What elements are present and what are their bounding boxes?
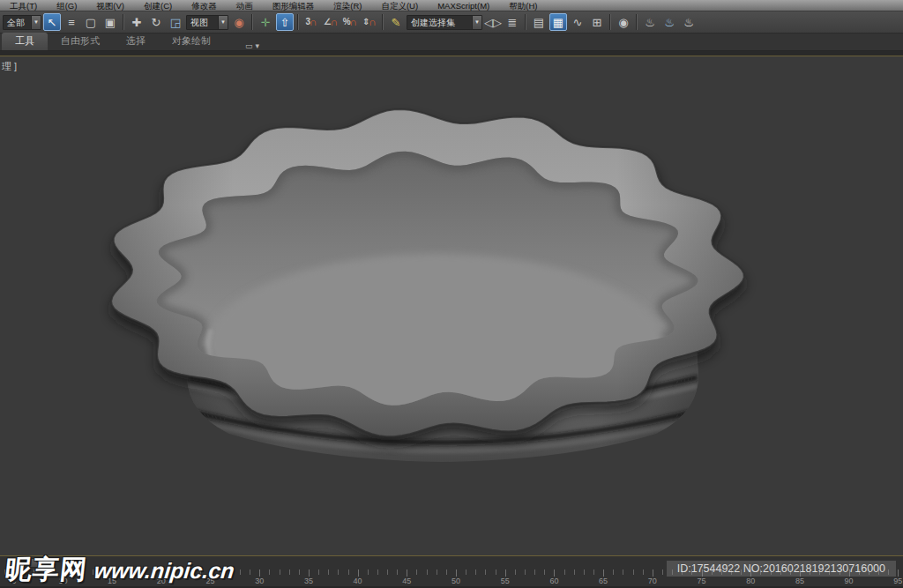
toolbar-separator — [525, 14, 526, 30]
window-crossing-toggle-button[interactable]: ▣ — [101, 13, 119, 31]
material-editor-icon: ◉ — [618, 17, 628, 28]
menu-item-1[interactable]: 组(G) — [47, 0, 86, 11]
schematic-view-button[interactable]: ⊞ — [588, 13, 606, 31]
frame-tick — [653, 569, 653, 577]
select-by-name-button[interactable]: ≡ — [63, 13, 80, 31]
frame-label: 60 — [549, 577, 558, 585]
frame-tick — [466, 569, 466, 575]
frame-tick — [318, 569, 319, 575]
select-and-manipulate-button[interactable]: ✛ — [257, 13, 274, 31]
frame-tick — [662, 569, 663, 575]
select-and-scale-button[interactable]: ◲ — [167, 13, 184, 31]
material-editor-button[interactable]: ◉ — [615, 13, 632, 31]
menu-item-4[interactable]: 修改器 — [182, 0, 227, 11]
select-by-name-icon: ≡ — [68, 17, 75, 28]
frame-label: 50 — [452, 577, 460, 585]
frame-tick — [299, 569, 300, 575]
select-object-icon: ↖ — [48, 17, 57, 28]
toolbar-separator — [251, 14, 253, 30]
frame-tick — [338, 569, 339, 575]
toolbar-separator — [382, 14, 384, 30]
menu-item-3[interactable]: 创建(C) — [134, 0, 182, 11]
frame-tick — [427, 569, 428, 575]
toolbar-separator — [636, 14, 638, 30]
ribbon-tab-bar: 工具自由形式选择对象绘制▭▾ — [0, 33, 903, 51]
menu-item-2[interactable]: 视图(V) — [86, 0, 134, 11]
frame-label: 95 — [893, 577, 902, 585]
graphite-ribbon-toggle-icon: ▦ — [553, 17, 563, 28]
named-selection-set-field[interactable]: 创建选择集▼ — [407, 15, 482, 30]
magnet-icon: ∩ — [350, 17, 358, 27]
curve-editor-icon: ∿ — [573, 17, 583, 28]
render-production-button[interactable]: ♨ — [680, 13, 698, 31]
frame-tick — [259, 569, 260, 577]
watermark-brand: 昵享网 — [4, 552, 89, 588]
render-setup-button[interactable]: ♨ — [641, 13, 659, 31]
edit-named-selection-sets-button[interactable]: ✎ — [387, 13, 405, 31]
ribbon-minimize-button[interactable]: ▭▾ — [240, 41, 265, 50]
frame-tick — [643, 569, 644, 575]
watermark-url: www.nipic.cn — [93, 558, 235, 584]
frame-tick — [328, 569, 329, 575]
frame-tick — [289, 569, 290, 575]
percent-snap-toggle-button[interactable]: %∩ — [341, 13, 359, 31]
main-toolbar: 全部▼↖≡▢▣✚↻◲视图▼◉✛⇧3∩∠∩%∩⇕∩✎创建选择集▼◁▷≣▤▦∿⊞◉♨… — [0, 11, 903, 33]
curve-editor-button[interactable]: ∿ — [569, 13, 586, 31]
menu-item-7[interactable]: 渲染(R) — [324, 0, 371, 11]
window-crossing-toggle-icon: ▣ — [105, 17, 116, 28]
frame-tick — [269, 569, 270, 575]
selection-filter-dropdown[interactable]: 全部▼ — [3, 15, 41, 30]
menu-item-5[interactable]: 动画 — [227, 0, 263, 11]
toolbar-separator — [123, 14, 124, 30]
snap-toggle-3d-button[interactable]: 3∩ — [302, 13, 320, 31]
select-and-move-button[interactable]: ✚ — [128, 13, 146, 31]
graphite-ribbon-toggle-button[interactable]: ▦ — [549, 13, 567, 31]
rectangular-selection-region-button[interactable]: ▢ — [82, 13, 100, 31]
frame-tick — [475, 569, 476, 575]
viewport-label[interactable]: 理 ] — [2, 60, 17, 73]
select-and-rotate-button[interactable]: ↻ — [147, 13, 165, 31]
rendered-frame-window-icon: ♨ — [664, 17, 675, 28]
perspective-viewport[interactable]: 理 ] — [0, 56, 903, 556]
toolbar-separator — [609, 14, 611, 30]
frame-tick — [485, 569, 486, 575]
max-application-window: 工具(T)组(G)视图(V)创建(C)修改器动画图形编辑器渲染(R)自定义(U)… — [0, 0, 903, 588]
viewport-canvas[interactable] — [0, 56, 903, 555]
chevron-down-icon: ▾ — [256, 41, 260, 50]
frame-tick — [377, 569, 378, 575]
tab-object-paint[interactable]: 对象绘制 — [159, 33, 224, 50]
rendered-frame-window-button[interactable]: ♨ — [660, 13, 678, 31]
chevron-down-icon[interactable]: ▼ — [218, 16, 228, 29]
spinner-snap-toggle-button[interactable]: ⇕∩ — [361, 13, 378, 31]
frame-label: 75 — [697, 577, 705, 585]
frame-tick — [603, 569, 604, 577]
menu-item-0[interactable]: 工具(T) — [0, 0, 47, 11]
align-button[interactable]: ≣ — [504, 13, 521, 31]
menu-item-8[interactable]: 自定义(U) — [371, 0, 428, 11]
angle-snap-toggle-button[interactable]: ∠∩ — [322, 13, 340, 31]
frame-tick — [446, 569, 447, 575]
keyboard-override-toggle-button[interactable]: ⇧ — [276, 13, 294, 31]
chevron-down-icon[interactable]: ▼ — [472, 16, 481, 29]
frame-tick — [534, 569, 535, 575]
frame-tick — [407, 569, 407, 577]
menu-item-9[interactable]: MAXScript(M) — [428, 0, 499, 11]
select-object-button[interactable]: ↖ — [43, 13, 61, 31]
use-pivot-center-button[interactable]: ◉ — [230, 13, 248, 31]
frame-tick — [496, 569, 496, 575]
frame-tick — [525, 569, 526, 575]
tab-selection[interactable]: 选择 — [113, 33, 159, 50]
chevron-down-icon[interactable]: ▼ — [31, 16, 41, 29]
reference-coordinate-dropdown[interactable]: 视图▼ — [186, 15, 228, 30]
frame-tick — [368, 569, 369, 575]
frame-tick — [584, 569, 585, 575]
tab-freeform[interactable]: 自由形式 — [48, 33, 113, 50]
toolbar-separator — [297, 14, 299, 30]
tab-tools[interactable]: 工具 — [2, 33, 48, 50]
menu-item-10[interactable]: 帮助(H) — [499, 0, 547, 11]
frame-label: 70 — [648, 577, 657, 585]
mirror-button[interactable]: ◁▷ — [484, 13, 502, 31]
layer-manager-button[interactable]: ▤ — [530, 13, 548, 31]
menu-item-6[interactable]: 图形编辑器 — [263, 0, 325, 11]
pie-dish-model[interactable] — [0, 56, 903, 555]
